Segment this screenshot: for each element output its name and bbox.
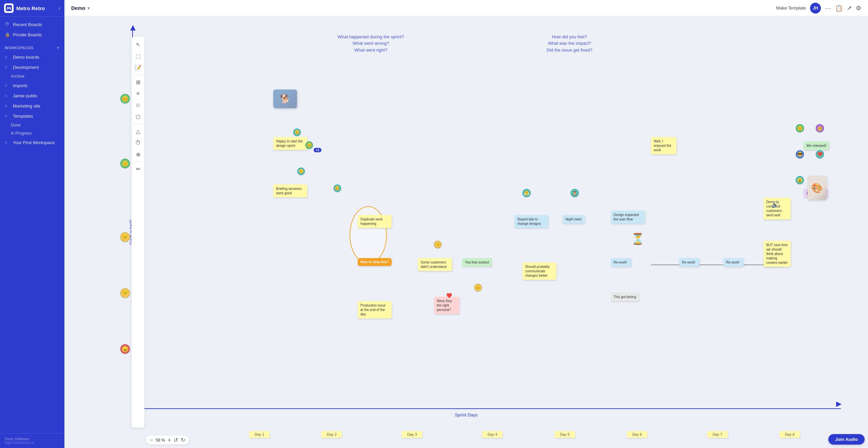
svg-rect-0 — [6, 5, 12, 11]
emoji-tr4: ❤️ — [816, 150, 824, 158]
day-label-8: Day 8 — [780, 431, 800, 438]
sticky-demo-confused[interactable]: Demo to confused customers went well — [764, 198, 791, 219]
workspaces-label: Workspaces + — [0, 42, 64, 52]
sticky-boring[interactable]: This got boring — [611, 293, 639, 301]
pencil-tool[interactable]: ✏ — [133, 164, 143, 174]
header-right-line1: How did you feel? — [547, 34, 592, 40]
sticky-duplicate[interactable]: Duplicate work happening — [358, 215, 392, 228]
sidebar-item-done[interactable]: Done — [0, 121, 64, 129]
toolbar-sep3 — [134, 161, 142, 162]
topbar-right: Make Template JH ⋯ 📋 ↗ ⚙ — [776, 3, 861, 14]
day-label-7: Day 7 — [707, 431, 728, 438]
sticky-how-to-stop[interactable]: How to stop this? — [358, 258, 392, 266]
emoji-face-happy2: 🙂 — [120, 159, 130, 168]
sidebar-item-templates[interactable]: ○ Templates — [0, 111, 64, 121]
logo-icon — [4, 3, 14, 13]
clock-icon: ⏱ — [5, 22, 10, 27]
sticky-communicate[interactable]: Should probably communicate changes bett… — [522, 262, 556, 280]
make-template-btn[interactable]: Make Template — [776, 5, 806, 11]
sticky-briefing[interactable]: Briefing sessions were good — [273, 184, 307, 197]
shape-tool[interactable]: △ — [133, 126, 143, 136]
sidebar-item-development[interactable]: ○ Development — [0, 62, 64, 72]
emoji-tr5: 😮 — [796, 176, 804, 184]
join-audio-btn[interactable]: Join Audio — [828, 434, 865, 445]
banksy-image: 🎨 — [808, 176, 826, 200]
sticky-rework2[interactable]: Re-work! — [679, 258, 699, 267]
emoji-stayed-late: 😤 — [522, 189, 531, 197]
emoji-face-neutral: 😐 — [120, 232, 130, 242]
redo-btn[interactable]: ↻ — [181, 437, 185, 443]
frame-tool[interactable]: ⬡ — [133, 112, 143, 122]
sidebar-item-recent-boards[interactable]: ⏱ Recent Boards — [0, 19, 64, 30]
zoom-level: 58 % — [156, 438, 165, 443]
grid-icon: ⊞ — [136, 79, 140, 85]
app-name: Metro Retro — [16, 5, 45, 11]
zoom-out-btn[interactable]: − — [150, 437, 153, 443]
sticky-released[interactable]: We released! — [804, 141, 829, 150]
export-icon: ↗ — [847, 4, 852, 12]
sidebar-item-in-progress[interactable]: In Progress — [0, 129, 64, 137]
canvas: Sprint Days Good or bad? What happened d… — [64, 16, 868, 448]
day-label-2: Day 2 — [321, 431, 342, 438]
sticky-night-owls[interactable]: Night owls! — [563, 215, 585, 223]
sticky-happy-sprint[interactable]: Happy to start the design sprint — [273, 137, 307, 150]
arrow-rework — [651, 265, 772, 265]
select-tool[interactable]: ⬚ — [133, 51, 143, 61]
board-title: Demo — [71, 5, 85, 11]
main: Demo ▾ Make Template JH ⋯ 📋 ↗ ⚙ ↖ ⬚ 📝 — [64, 0, 868, 448]
sticky-enjoyed[interactable]: Well, I enjoyed the work — [651, 137, 676, 154]
export-btn[interactable]: ↗ — [847, 4, 852, 12]
emoji-face-happy1: 😊 — [120, 94, 130, 103]
toolbar-sep2 — [134, 124, 142, 124]
share-btn[interactable]: 📋 — [835, 4, 843, 12]
list-tool[interactable]: ≡ — [133, 89, 143, 99]
emoji-tr1: 😊 — [796, 124, 804, 132]
add-workspace-btn[interactable]: + — [57, 45, 60, 51]
header-left-line1: What happened during the sprint? — [338, 34, 404, 40]
sidebar-item-jamie-public[interactable]: ○ Jamie public — [0, 91, 64, 101]
sidebar-item-marketing-site[interactable]: ○ Marketing site — [0, 101, 64, 111]
more-icon: ⋯ — [825, 4, 831, 12]
sticky-production[interactable]: Production issue at the end of the day — [358, 301, 392, 318]
sticky-rework3[interactable]: Re-work! — [723, 258, 744, 267]
sticky-next-time[interactable]: BUT next time we should think about maki… — [764, 241, 791, 267]
grid-tool[interactable]: ⊞ — [133, 77, 143, 87]
sticky-customers[interactable]: Some customers didn't understand — [418, 258, 452, 271]
undo-btn[interactable]: ↺ — [174, 437, 178, 443]
sidebar-item-demo-boards[interactable]: ○ Demo boards — [0, 52, 64, 62]
sidebar-item-private-boards[interactable]: 🔒 Private Boards — [0, 30, 64, 40]
app-logo: Metro Retro — [4, 3, 45, 13]
board-title-dropdown[interactable]: ▾ — [87, 5, 90, 11]
emoji-tool[interactable]: ☺ — [133, 100, 143, 110]
timer-tool[interactable]: ⏱ — [133, 138, 143, 148]
sidebar-item-your-first-workspace[interactable]: ○ Your First Workspace — [0, 137, 64, 148]
header-right-line2: What was the impact? — [547, 40, 592, 47]
sidebar-collapse-btn[interactable]: ‹ — [59, 5, 60, 11]
header-left-line3: What went right? — [338, 47, 404, 54]
x-arrowhead — [836, 402, 842, 407]
sticky-persona[interactable]: Were they the right persona? — [434, 297, 459, 314]
more-options-btn[interactable]: ⋯ — [825, 4, 831, 12]
add-icon: ⊕ — [136, 151, 140, 158]
cursor-tool[interactable]: ↖ — [133, 39, 143, 50]
sidebar-item-imports[interactable]: ○ Imports — [0, 80, 64, 91]
y-arrowhead — [130, 25, 136, 31]
zoom-in-btn[interactable]: + — [168, 437, 171, 443]
sticky-stayed-late[interactable]: Stayed late to change designs — [514, 215, 548, 228]
canvas-area[interactable]: ↖ ⬚ 📝 ⊞ ≡ ☺ ⬡ △ ⏱ ⊕ ✏ Sprint Days Good o… — [64, 16, 868, 448]
sticky-rework1[interactable]: Re-work! — [611, 258, 631, 267]
sticky-yea-sucked[interactable]: Yea that sucked — [462, 258, 492, 267]
share-icon: 📋 — [835, 4, 843, 12]
add-tool[interactable]: ⊕ — [133, 149, 143, 159]
undo-icon: ↺ — [174, 437, 178, 443]
sticky-design-flow[interactable]: Design impacted the user flow — [611, 211, 645, 223]
emoji-briefing: 😊 — [334, 184, 341, 192]
note-tool[interactable]: 📝 — [133, 62, 143, 73]
emoji-face-neutral2: 😕 — [120, 288, 130, 298]
sidebar-footer: Deqo Software https://metroretro.io — [0, 433, 64, 448]
lock-icon: 🔒 — [5, 32, 10, 37]
select-icon: ⬚ — [136, 53, 141, 59]
sidebar-item-archive[interactable]: Archive — [0, 72, 64, 80]
settings-btn[interactable]: ⚙ — [856, 4, 861, 12]
day-label-5: Day 5 — [555, 431, 575, 438]
